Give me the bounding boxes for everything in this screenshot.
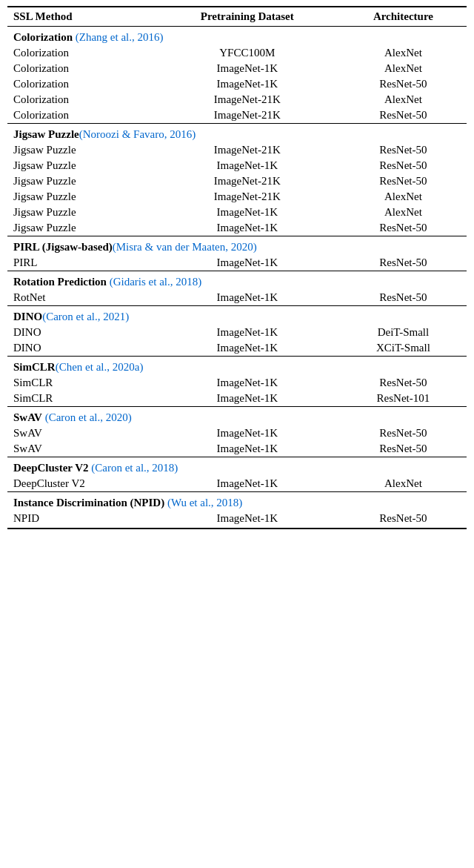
table-row: SwAVImageNet-1KResNet-50 bbox=[7, 425, 467, 441]
table-row: Jigsaw PuzzleImageNet-21KAlexNet bbox=[7, 189, 467, 205]
table-cell: ImageNet-21K bbox=[155, 92, 340, 107]
table-cell: PIRL bbox=[7, 255, 155, 271]
table-cell: ImageNet-1K bbox=[155, 290, 340, 306]
table-row: DINOImageNet-1KXCiT-Small bbox=[7, 340, 467, 357]
table-cell: ImageNet-1K bbox=[155, 511, 340, 529]
citation-6: (Caron et al., 2020) bbox=[42, 411, 132, 423]
main-table-container: SSL Method Pretraining Dataset Architect… bbox=[0, 0, 474, 535]
table-cell: Jigsaw Puzzle bbox=[7, 205, 155, 220]
table-cell: ImageNet-21K bbox=[155, 189, 340, 205]
table-cell: Colorization bbox=[7, 76, 155, 92]
table-cell: ImageNet-1K bbox=[155, 375, 340, 391]
table-cell: XCiT-Small bbox=[340, 340, 467, 357]
citation-1: (Noroozi & Favaro, 2016) bbox=[79, 128, 196, 140]
section-header-3: Rotation Prediction (Gidaris et al., 201… bbox=[7, 271, 467, 291]
table-cell: ImageNet-21K bbox=[155, 107, 340, 124]
table-cell: SimCLR bbox=[7, 391, 155, 407]
table-cell: Colorization bbox=[7, 107, 155, 124]
table-cell: RotNet bbox=[7, 290, 155, 306]
citation-0: (Zhang et al., 2016) bbox=[73, 31, 163, 43]
table-cell: ImageNet-1K bbox=[155, 325, 340, 340]
table-row: ColorizationYFCC100MAlexNet bbox=[7, 45, 467, 61]
table-cell: AlexNet bbox=[340, 205, 467, 220]
table-row: RotNetImageNet-1KResNet-50 bbox=[7, 290, 467, 306]
table-cell: SimCLR bbox=[7, 375, 155, 391]
table-cell: SwAV bbox=[7, 441, 155, 457]
table-row: ColorizationImageNet-1KAlexNet bbox=[7, 61, 467, 76]
citation-8: (Wu et al., 2018) bbox=[164, 497, 242, 508]
table-row: ColorizationImageNet-21KAlexNet bbox=[7, 92, 467, 107]
table-row: SimCLRImageNet-1KResNet-101 bbox=[7, 391, 467, 407]
table-cell: ImageNet-1K bbox=[155, 205, 340, 220]
table-cell: AlexNet bbox=[340, 45, 467, 61]
table-row: Jigsaw PuzzleImageNet-21KResNet-50 bbox=[7, 142, 467, 158]
table-row: Jigsaw PuzzleImageNet-21KResNet-50 bbox=[7, 173, 467, 189]
table-cell: ResNet-50 bbox=[340, 220, 467, 236]
section-header-label-0: Colorization (Zhang et al., 2016) bbox=[7, 27, 467, 46]
table-cell: DeepCluster V2 bbox=[7, 476, 155, 492]
table-cell: ResNet-50 bbox=[340, 76, 467, 92]
section-header-2: PIRL (Jigsaw-based)(Misra & van der Maat… bbox=[7, 236, 467, 256]
section-header-label-1: Jigsaw Puzzle(Noroozi & Favaro, 2016) bbox=[7, 124, 467, 143]
table-cell: Jigsaw Puzzle bbox=[7, 173, 155, 189]
table-cell: AlexNet bbox=[340, 61, 467, 76]
citation-4: (Caron et al., 2021) bbox=[42, 311, 129, 322]
section-header-5: SimCLR(Chen et al., 2020a) bbox=[7, 357, 467, 376]
citation-5: (Chen et al., 2020a) bbox=[56, 361, 144, 373]
section-header-0: Colorization (Zhang et al., 2016) bbox=[7, 27, 467, 46]
table-cell: ImageNet-21K bbox=[155, 173, 340, 189]
table-row: Jigsaw PuzzleImageNet-1KResNet-50 bbox=[7, 158, 467, 173]
table-cell: ResNet-50 bbox=[340, 441, 467, 457]
col-header-architecture: Architecture bbox=[340, 7, 467, 27]
table-cell: ImageNet-1K bbox=[155, 425, 340, 441]
citation-3: (Gidaris et al., 2018) bbox=[107, 276, 201, 288]
table-row: SwAVImageNet-1KResNet-50 bbox=[7, 441, 467, 457]
col-header-ssl-method: SSL Method bbox=[7, 7, 155, 27]
table-cell: ResNet-50 bbox=[340, 511, 467, 529]
table-cell: ResNet-50 bbox=[340, 255, 467, 271]
citation-7: (Caron et al., 2018) bbox=[89, 462, 178, 474]
table-cell: AlexNet bbox=[340, 92, 467, 107]
table-row: DeepCluster V2ImageNet-1KAlexNet bbox=[7, 476, 467, 492]
table-cell: ResNet-50 bbox=[340, 173, 467, 189]
table-header-row: SSL Method Pretraining Dataset Architect… bbox=[7, 7, 467, 27]
citation-2: (Misra & van der Maaten, 2020) bbox=[113, 241, 257, 253]
table-cell: SwAV bbox=[7, 425, 155, 441]
table-cell: ImageNet-1K bbox=[155, 76, 340, 92]
table-cell: ResNet-50 bbox=[340, 375, 467, 391]
table-cell: Jigsaw Puzzle bbox=[7, 220, 155, 236]
table-cell: ImageNet-1K bbox=[155, 158, 340, 173]
table-cell: Jigsaw Puzzle bbox=[7, 142, 155, 158]
table-cell: Colorization bbox=[7, 61, 155, 76]
section-header-label-3: Rotation Prediction (Gidaris et al., 201… bbox=[7, 271, 467, 291]
table-row: NPIDImageNet-1KResNet-50 bbox=[7, 511, 467, 529]
table-cell: ImageNet-1K bbox=[155, 220, 340, 236]
table-row: PIRLImageNet-1KResNet-50 bbox=[7, 255, 467, 271]
table-cell: ResNet-50 bbox=[340, 142, 467, 158]
table-cell: ImageNet-1K bbox=[155, 61, 340, 76]
section-header-4: DINO(Caron et al., 2021) bbox=[7, 306, 467, 325]
table-cell: ResNet-50 bbox=[340, 107, 467, 124]
table-cell: DINO bbox=[7, 340, 155, 357]
table-cell: ResNet-50 bbox=[340, 290, 467, 306]
section-header-8: Instance Discrimination (NPID) (Wu et al… bbox=[7, 492, 467, 511]
section-header-label-2: PIRL (Jigsaw-based)(Misra & van der Maat… bbox=[7, 236, 467, 256]
section-header-label-7: DeepCluster V2 (Caron et al., 2018) bbox=[7, 457, 467, 477]
section-header-label-6: SwAV (Caron et al., 2020) bbox=[7, 407, 467, 426]
table-cell: ImageNet-21K bbox=[155, 142, 340, 158]
table-cell: ResNet-50 bbox=[340, 158, 467, 173]
table-cell: AlexNet bbox=[340, 189, 467, 205]
table-cell: Jigsaw Puzzle bbox=[7, 158, 155, 173]
table-cell: Colorization bbox=[7, 92, 155, 107]
table-cell: Jigsaw Puzzle bbox=[7, 189, 155, 205]
section-header-label-8: Instance Discrimination (NPID) (Wu et al… bbox=[7, 492, 467, 511]
table-row: Jigsaw PuzzleImageNet-1KResNet-50 bbox=[7, 220, 467, 236]
table-cell: ImageNet-1K bbox=[155, 391, 340, 407]
section-header-1: Jigsaw Puzzle(Noroozi & Favaro, 2016) bbox=[7, 124, 467, 143]
ssl-methods-table: SSL Method Pretraining Dataset Architect… bbox=[7, 6, 467, 529]
table-cell: YFCC100M bbox=[155, 45, 340, 61]
table-cell: ResNet-101 bbox=[340, 391, 467, 407]
section-header-label-4: DINO(Caron et al., 2021) bbox=[7, 306, 467, 325]
section-header-7: DeepCluster V2 (Caron et al., 2018) bbox=[7, 457, 467, 477]
section-header-6: SwAV (Caron et al., 2020) bbox=[7, 407, 467, 426]
